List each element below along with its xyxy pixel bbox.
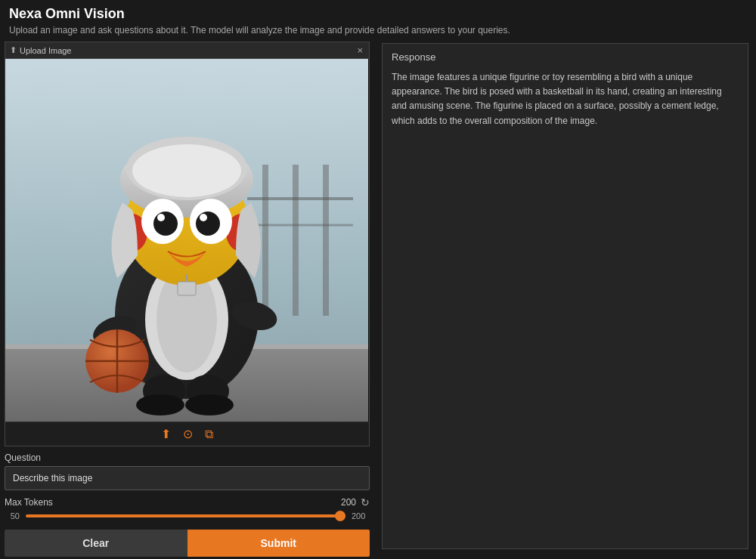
question-input[interactable] xyxy=(5,466,370,490)
svg-point-27 xyxy=(196,212,220,236)
slider-max-label: 200 xyxy=(352,511,370,520)
tokens-label: Max Tokens xyxy=(5,497,53,508)
svg-rect-1 xyxy=(262,165,268,316)
upload-toolbar-icon[interactable]: ⬆ xyxy=(161,427,171,441)
response-box: Response The image features a unique fig… xyxy=(382,43,748,549)
app-header: Nexa Omni Vision Upload an image and ask… xyxy=(0,0,756,39)
settings-toolbar-icon[interactable]: ⊙ xyxy=(183,427,193,441)
upload-small-icon: ⬆ xyxy=(10,45,17,55)
question-section: Question xyxy=(5,452,370,490)
svg-point-16 xyxy=(185,394,234,415)
svg-rect-3 xyxy=(323,165,329,316)
svg-rect-2 xyxy=(293,165,299,316)
upload-label: ⬆ Upload Image xyxy=(10,45,72,55)
bottom-buttons: Clear Submit xyxy=(5,530,370,557)
clear-button[interactable]: Clear xyxy=(5,530,187,557)
svg-point-15 xyxy=(136,394,184,415)
question-label: Question xyxy=(5,452,370,463)
slider-min-label: 50 xyxy=(5,511,20,520)
app-title: Nexa Omni Vision xyxy=(9,6,747,22)
response-title: Response xyxy=(392,51,739,63)
right-panel: Response The image features a unique fig… xyxy=(374,39,756,554)
svg-point-23 xyxy=(132,144,241,197)
image-container: ⬆ Upload Image × xyxy=(5,42,370,446)
main-layout: ⬆ Upload Image × xyxy=(0,39,756,554)
tokens-value-group: 200 ↻ xyxy=(341,496,370,508)
image-upload-bar: ⬆ Upload Image × xyxy=(5,42,369,59)
tokens-reset-button[interactable]: ↻ xyxy=(361,496,370,508)
image-toolbar: ⬆ ⊙ ⧉ xyxy=(5,422,369,446)
uploaded-image xyxy=(5,59,368,422)
tokens-row: Max Tokens 200 ↻ xyxy=(5,496,370,508)
copy-toolbar-icon[interactable]: ⧉ xyxy=(205,428,213,441)
app-subtitle: Upload an image and ask questions about … xyxy=(9,25,747,36)
svg-rect-30 xyxy=(178,282,196,295)
svg-point-28 xyxy=(157,214,165,221)
slider-row: 50 200 xyxy=(5,511,370,520)
image-close-button[interactable]: × xyxy=(355,45,364,56)
token-slider[interactable] xyxy=(26,514,345,517)
left-panel: ⬆ Upload Image × xyxy=(0,39,374,554)
svg-point-29 xyxy=(200,214,207,221)
submit-button[interactable]: Submit xyxy=(187,530,370,557)
tokens-current-value: 200 xyxy=(341,497,356,508)
svg-point-26 xyxy=(153,212,178,236)
response-text: The image features a unique figurine or … xyxy=(392,70,739,128)
